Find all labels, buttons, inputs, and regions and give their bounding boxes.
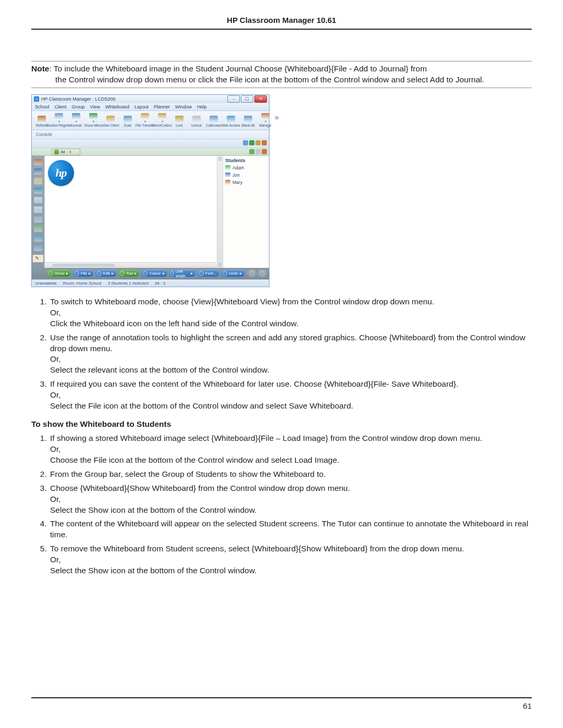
- lesson-plan-icon[interactable]: [32, 254, 44, 263]
- step-2-text: Use the range of annotation tools to hig…: [50, 333, 525, 353]
- colour-tool[interactable]: Colour▸: [141, 270, 167, 277]
- edit-tool-arrow-icon: ▸: [112, 271, 114, 276]
- document-page: HP Classroom Manager 10.61 Note: To incl…: [0, 0, 563, 728]
- whiteboard-canvas[interactable]: hp: [44, 156, 223, 268]
- student-item[interactable]: Mary: [225, 180, 267, 185]
- app-icon: [34, 96, 39, 102]
- status-room: Room: Home School: [63, 281, 102, 286]
- testing-icon[interactable]: [34, 226, 42, 232]
- rb-icon-1[interactable]: [243, 140, 248, 145]
- view-client-button[interactable]: View Client: [103, 113, 118, 128]
- show-menu-button[interactable]: ▾Show Menu: [85, 113, 101, 128]
- scan-button[interactable]: Scan: [120, 113, 136, 128]
- show-step-3-alt: Select the Show icon at the bottom of th…: [50, 505, 532, 516]
- document-body: To switch to Whiteboard mode, choose {Vi…: [31, 297, 532, 576]
- unlock-icon: [192, 116, 201, 123]
- file-tool[interactable]: File▸: [72, 270, 94, 277]
- toolbar-overflow-arrow-icon[interactable]: »: [275, 113, 282, 128]
- menu-window[interactable]: Window: [175, 104, 192, 109]
- show-step-4-text: The content of the Whiteboard will appea…: [50, 519, 528, 539]
- unlock-label: Unlock: [191, 124, 202, 128]
- lock-button[interactable]: Lock: [172, 113, 187, 128]
- close-button[interactable]: ✕: [254, 95, 267, 103]
- show-tool[interactable]: Show▸: [46, 270, 71, 277]
- menu-layout[interactable]: Layout: [134, 104, 149, 109]
- step-3-alt: Select the File icon at the bottom of th…: [50, 401, 532, 412]
- tool-tool-arrow-icon: ▸: [134, 271, 137, 276]
- menu-client[interactable]: Client: [55, 104, 67, 109]
- questions-icon[interactable]: [34, 235, 42, 241]
- survey-icon[interactable]: [34, 216, 42, 223]
- rb-icon-2[interactable]: [249, 140, 254, 145]
- send-collect-label: Send/Collect: [153, 124, 172, 128]
- menu-whiteboard[interactable]: Whiteboard: [105, 104, 129, 109]
- tool-tool-icon: [119, 271, 125, 276]
- horizontal-scrollbar[interactable]: [45, 262, 217, 268]
- manage-label: Manage: [259, 124, 272, 128]
- trailing-tool-2[interactable]: [258, 270, 267, 277]
- step-1: To switch to Whiteboard mode, choose {Vi…: [49, 297, 532, 329]
- tool-tool[interactable]: Tool▸: [118, 270, 140, 277]
- blank-all-button[interactable]: Blank All: [240, 113, 256, 128]
- font-tool[interactable]: Font...: [197, 270, 219, 277]
- line-width-tool-arrow-icon: ▸: [191, 271, 193, 276]
- rewards-icon[interactable]: [34, 245, 42, 251]
- manage-icon: [261, 113, 270, 120]
- menu-planner[interactable]: Planner: [154, 104, 170, 109]
- devices-icon[interactable]: [34, 206, 42, 213]
- trailing-tool-1[interactable]: [247, 270, 256, 277]
- menu-view[interactable]: View: [90, 104, 100, 109]
- console-subbar: Console: [32, 130, 269, 139]
- apps-icon[interactable]: [34, 197, 42, 203]
- coview-label: CoBrowse: [206, 124, 222, 128]
- note-block: Note: To include the Whiteboard image in…: [31, 61, 532, 88]
- web-icon[interactable]: [34, 188, 42, 194]
- chat-icon[interactable]: [34, 178, 42, 184]
- section-show-title: To show the Whiteboard to Students: [31, 419, 532, 430]
- line-width-tool[interactable]: Line Width▸: [169, 270, 196, 277]
- page-number: 61: [523, 701, 532, 710]
- undo-tool-label: Undo: [229, 271, 238, 276]
- student-item[interactable]: Adam: [225, 165, 267, 170]
- group-gear-icon[interactable]: [255, 149, 261, 154]
- minimize-button[interactable]: –: [227, 95, 240, 103]
- maximize-button[interactable]: ▢: [241, 95, 253, 103]
- menu-school[interactable]: School: [35, 104, 50, 109]
- step-3: If required you can save the content of …: [49, 379, 532, 412]
- menu-group[interactable]: Group: [72, 104, 85, 109]
- status-bar: Unavailable Room: Home School 3 Students…: [32, 279, 269, 287]
- group-add-icon[interactable]: [249, 149, 254, 154]
- show-step-5-text: To remove the Whiteboard from Student sc…: [50, 544, 464, 553]
- note-label: Note: [31, 64, 49, 73]
- group-del-icon[interactable]: [262, 149, 267, 154]
- whiteboard-icon[interactable]: [34, 168, 42, 175]
- student-avatar-icon: [225, 172, 230, 178]
- unlock-button[interactable]: Unlock: [189, 113, 204, 128]
- window-titlebar[interactable]: HP Classroom Manager : LCDS200 – ▢ ✕: [32, 95, 269, 103]
- journal-button[interactable]: ▾Journal: [68, 113, 84, 128]
- student-item[interactable]: Jon: [225, 172, 267, 178]
- vertical-scrollbar[interactable]: [217, 156, 223, 268]
- blank-all-label: Blank All: [242, 124, 255, 128]
- file-transfer-label: File Transfer: [136, 124, 154, 128]
- file-transfer-button[interactable]: ▾File Transfer: [137, 113, 153, 128]
- manage-button[interactable]: ▾Manage: [258, 113, 273, 128]
- main-toolbar: Refresh▾Student Register▾Journal▾Show Me…: [32, 111, 269, 130]
- steps-list-2: If showing a stored Whiteboard image sel…: [31, 433, 532, 576]
- edit-tool[interactable]: Edit▸: [95, 270, 117, 277]
- send-collect-button[interactable]: ▾Send/Collect: [154, 113, 170, 128]
- rb-icon-4[interactable]: [262, 140, 267, 145]
- group-tab-all[interactable]: All: 3: [52, 149, 80, 155]
- coview-button[interactable]: CoBrowse: [206, 113, 222, 128]
- undo-tool-arrow-icon: ▸: [240, 271, 242, 276]
- rb-icon-3[interactable]: [255, 140, 261, 145]
- classes-icon[interactable]: [34, 159, 42, 165]
- student-register-button[interactable]: ▾Student Register: [51, 113, 67, 128]
- web-access-button[interactable]: Web Access: [223, 113, 239, 128]
- left-side-rail: [32, 156, 44, 268]
- undo-tool[interactable]: Undo▸: [221, 270, 245, 277]
- step-1-or: Or,: [50, 307, 532, 318]
- menu-help[interactable]: Help: [197, 104, 207, 109]
- show-step-5-alt: Select the Show icon at the bottom of th…: [50, 565, 532, 576]
- trailing-tool-2-icon: [260, 271, 265, 276]
